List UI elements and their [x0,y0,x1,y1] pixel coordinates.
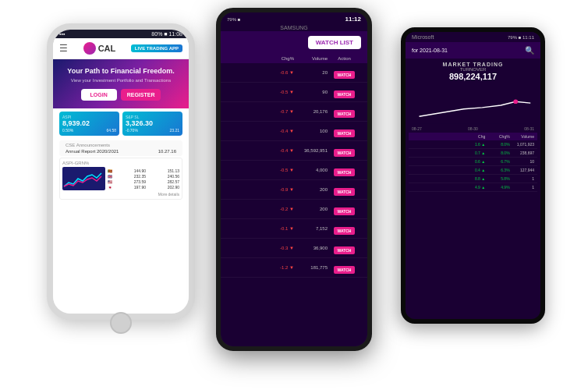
login-button[interactable]: LOGIN [81,89,117,101]
table-row: -1.2 ▼ 181,775 WATCH [221,258,367,278]
ann-title: CSE Announcements [66,143,176,147]
home-button[interactable] [110,312,132,334]
center-phone: 79% ■ 11:12 SAMSUNG WATCH LIST Chg% Volu… [216,8,372,351]
market-label: MARKET TRADING [412,62,534,67]
live-trading-btn[interactable]: LIVE TRADING APP [131,44,182,52]
table-row: 0.4 ▲ 6.3% 127,944 [409,166,537,175]
table-row: 1.6 ▲ 8.0% 1,071,923 [409,140,537,149]
chart-body: 🇱🇰144.90151.13 🇬🇧232.35240.56 🇺🇸273.5928… [62,167,179,190]
aspi-sub: 0.50% 64.58 [62,128,116,133]
table-row: -0.9 ▼ 200 WATCH [221,180,367,200]
chart-row: 🇺🇸273.59282.57 [108,179,179,184]
table-row: -0.4 ▼ 100 WATCH [221,122,367,141]
right-table-header: Chg Chg% Volume [409,133,537,140]
watch-button[interactable]: WATCH [334,71,356,79]
market-section: MARKET TRADING TURNOVER 898,224,117 [406,58,540,84]
watchlist-header: WATCH LIST [221,31,367,54]
microsoft-logo: Microsoft [412,34,434,40]
svg-point-2 [513,99,518,104]
aspi-value: 8,939.02 [62,119,116,127]
turnover-value: 898,224,117 [412,72,534,81]
ann-item: Annual Report 2020/2021 10.27.16 [66,149,176,154]
left-phone-header: ☰ CAL LIVE TRADING APP [53,38,189,59]
table-row: -0.5 ▼ 90 WATCH [221,83,367,102]
sp-sub: -0.70% 23.21 [126,128,179,133]
right-status-text: 79% ■ 11:11 [508,35,534,40]
table-row: 8.8 ▲ 5.8% 1 [409,175,537,183]
hero-subtitle: View your Investment Portfolio and Trans… [59,78,182,83]
samsung-logo: SAMSUNG [221,24,367,31]
more-details[interactable]: More details [62,192,179,197]
hero-title: Your Path to Financial Freedom. [59,67,182,76]
center-table-header: Chg% Volume Action [221,54,367,63]
sp-stat: S&P SL 3,326.30 -0.70% 23.21 [122,112,182,136]
market-stats: ASPI 8,939.02 0.50% 64.58 S&P SL 3,326.3… [53,108,189,139]
watch-button[interactable]: WATCH [334,207,356,215]
right-phone: Microsoft 79% ■ 11:11 for 2021-08-31 🔍 M… [401,27,545,324]
aspi-stat: ASPI 8,939.02 0.50% 64.58 [59,112,119,136]
market-chart [412,86,534,125]
auth-buttons: LOGIN REGISTER [59,89,182,101]
left-phone-status: ▪▪▪ 80% ■ 11:08 [53,30,189,38]
watch-button[interactable]: WATCH [334,266,356,274]
table-row: 4.9 ▲ 4.9% 1 [409,183,537,192]
watch-button[interactable]: WATCH [334,168,356,176]
watch-button[interactable]: WATCH [334,227,356,235]
aspi-label: ASPI [62,115,116,119]
table-row: -0.1 ▼ 7,152 WATCH [221,219,367,239]
right-title: for 2021-08-31 [412,48,448,53]
announcements-section: CSE Announcements Annual Report 2020/202… [59,140,182,156]
center-top-bar: 79% ■ 11:12 [221,12,367,24]
watch-button[interactable]: WATCH [334,246,356,254]
logo-circle [83,42,96,55]
table-row: -0.5 ▼ 4,000 WATCH [221,161,367,180]
chart-row: 🇱🇰144.90151.13 [108,168,179,173]
center-battery: 79% ■ [227,17,240,22]
watch-button[interactable]: WATCH [334,129,356,137]
table-row: 0.7 ▲ 8.0% 238,697 [409,149,537,158]
table-row: -0.3 ▼ 36,900 WATCH [221,239,367,258]
svg-rect-1 [412,87,534,124]
register-button[interactable]: REGISTER [121,89,161,101]
left-phone-signal: ▪▪▪ [59,31,65,37]
cal-logo: CAL [83,42,116,55]
logo-text: CAL [98,44,116,53]
menu-icon[interactable]: ☰ [59,43,68,54]
sp-label: S&P SL [126,115,179,119]
chart-row: 🇬🇧232.35240.56 [108,174,179,179]
chart-header: ASPI-GRN% [62,161,179,165]
chart-dates: 08-27 08-30 08-31 [412,126,534,131]
right-status: Microsoft 79% ■ 11:11 [406,32,540,42]
watch-button[interactable]: WATCH [334,110,356,118]
table-row: -0.2 ▼ 200 WATCH [221,200,367,219]
chart-table: 🇱🇰144.90151.13 🇬🇧232.35240.56 🇺🇸273.5928… [108,168,179,190]
watch-button[interactable]: WATCH [334,90,356,98]
table-row: 0.6 ▲ 6.7% 10 [409,158,537,166]
col-action: Action [328,56,361,61]
center-time: 11:12 [345,16,361,23]
mini-chart [62,167,105,190]
hero-section: Your Path to Financial Freedom. View you… [53,59,189,108]
watchlist-button[interactable]: WATCH LIST [308,36,361,49]
phones-container: ▪▪▪ 80% ■ 11:08 ☰ CAL LIVE TRADING APP Y… [0,0,588,390]
sp-value: 3,326.30 [126,119,179,127]
table-row: -0.6 ▼ 20 WATCH [221,63,367,83]
col-name [227,56,271,61]
right-chart [412,86,534,125]
table-row: -0.7 ▼ 20,176 WATCH [221,102,367,122]
chart-section: ASPI-GRN% [59,158,182,200]
col-vol: Volume [294,56,328,61]
right-data-table: Chg Chg% Volume 1.6 ▲ 8.0% 1,071,923 0.7… [409,133,537,192]
right-header: for 2021-08-31 🔍 [406,42,540,58]
chart-row: 🇯🇵197.90202.90 [108,185,179,190]
search-icon[interactable]: 🔍 [525,46,534,55]
left-phone-status-text: 80% ■ 11:08 [151,31,182,37]
watch-button[interactable]: WATCH [334,188,356,196]
table-row: -0.4 ▼ 36,592,951 WATCH [221,141,367,161]
left-phone: ▪▪▪ 80% ■ 11:08 ☰ CAL LIVE TRADING APP Y… [47,23,195,320]
col-chg: Chg% [271,56,294,61]
watch-button[interactable]: WATCH [334,149,356,157]
